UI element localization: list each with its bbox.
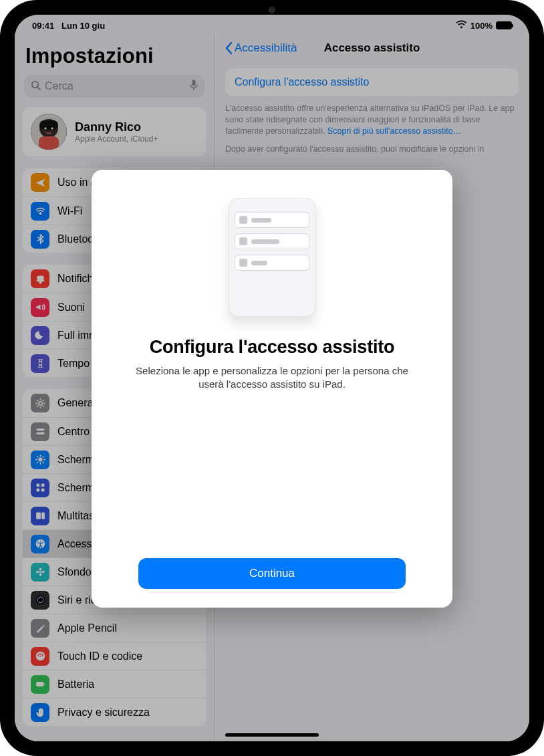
modal-body: Seleziona le app e personalizza le opzio…	[132, 364, 412, 392]
modal-title: Configura l'accesso assistito	[150, 337, 395, 358]
illus-row	[235, 233, 309, 249]
assistive-setup-modal: Configura l'accesso assistito Seleziona …	[92, 170, 452, 608]
front-camera	[269, 7, 275, 13]
illus-row	[235, 255, 309, 271]
modal-illustration	[229, 198, 315, 317]
illus-row	[235, 212, 309, 228]
home-indicator[interactable]	[225, 733, 319, 737]
continue-button[interactable]: Continua	[138, 558, 406, 589]
